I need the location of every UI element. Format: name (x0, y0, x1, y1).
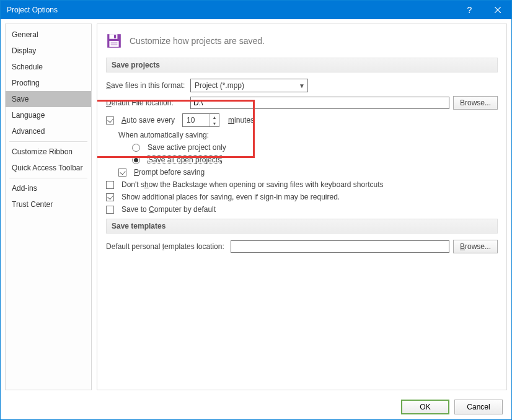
browse-templates-button[interactable]: Browse... (453, 240, 498, 253)
auto-save-checkbox[interactable] (106, 116, 114, 125)
when-saving-label: When automatically saving: (118, 131, 209, 139)
spinner-down-icon[interactable]: ▼ (210, 120, 219, 126)
additional-places-checkbox[interactable] (106, 193, 114, 201)
sidebar-item-schedule[interactable]: Schedule (6, 59, 91, 75)
save-computer-checkbox[interactable] (106, 206, 114, 214)
backstage-checkbox[interactable] (106, 181, 114, 189)
radio-save-all[interactable] (132, 156, 140, 164)
sidebar-item-language[interactable]: Language (6, 107, 91, 123)
radio-save-active[interactable] (132, 144, 140, 152)
sidebar-item-display[interactable]: Display (6, 43, 91, 59)
templates-location-label: Default personal templates location: (106, 242, 224, 251)
sidebar: General Display Schedule Proofing Save L… (5, 24, 92, 390)
close-icon (495, 7, 501, 13)
dialog-footer: OK Cancel (1, 395, 511, 419)
sidebar-item-general[interactable]: General (6, 27, 91, 43)
sidebar-item-add-ins[interactable]: Add-ins (6, 180, 91, 196)
default-location-input[interactable] (190, 97, 449, 109)
svg-rect-5 (109, 41, 118, 47)
radio-save-active-label: Save active project only (148, 143, 226, 152)
section-save-templates: Save templates (106, 219, 498, 234)
svg-rect-4 (114, 35, 116, 38)
templates-location-input[interactable] (231, 240, 449, 253)
help-button[interactable]: ? (456, 1, 483, 19)
default-location-label: Default File location: (106, 98, 187, 107)
content-pane: Customize how projects are saved. Save p… (97, 24, 507, 390)
save-format-combo[interactable]: Project (*.mpp) ▼ (190, 79, 308, 92)
project-options-dialog: Project Options ? General Display Schedu… (0, 0, 512, 420)
sidebar-item-proofing[interactable]: Proofing (6, 75, 91, 91)
minutes-label: minutes (228, 116, 254, 125)
cancel-button[interactable]: Cancel (454, 400, 503, 414)
backstage-label: Don't show the Backstage when opening or… (121, 180, 384, 189)
titlebar: Project Options ? (1, 1, 511, 19)
sidebar-divider (9, 141, 87, 142)
chevron-down-icon: ▼ (299, 82, 305, 89)
additional-places-label: Show additional places for saving, even … (121, 193, 340, 201)
svg-rect-3 (109, 34, 117, 39)
ok-button[interactable]: OK (401, 400, 449, 414)
sidebar-item-advanced[interactable]: Advanced (6, 123, 91, 139)
sidebar-item-trust-center[interactable]: Trust Center (6, 196, 91, 212)
prompt-label: Prompt before saving (134, 168, 205, 177)
spinner-up-icon[interactable]: ▲ (210, 114, 219, 120)
radio-save-all-label: Save all open projects (148, 155, 222, 164)
auto-save-spinner[interactable]: 10 ▲ ▼ (182, 113, 219, 127)
header-text: Customize how projects are saved. (130, 36, 265, 46)
sidebar-item-qat[interactable]: Quick Access Toolbar (6, 160, 91, 176)
auto-save-label: Auto save every (121, 116, 175, 125)
browse-location-button[interactable]: Browse... (453, 96, 498, 110)
close-button[interactable] (483, 1, 511, 19)
save-disk-icon (106, 33, 122, 49)
prompt-checkbox[interactable] (118, 168, 126, 177)
sidebar-item-save[interactable]: Save (6, 91, 91, 107)
section-save-projects: Save projects (106, 58, 498, 72)
sidebar-item-customize-ribbon[interactable]: Customize Ribbon (6, 144, 91, 160)
save-computer-label: Save to Computer by default (121, 205, 216, 214)
sidebar-divider (9, 178, 87, 178)
window-title: Project Options (7, 6, 456, 14)
save-format-label: Save files in this format: (106, 81, 187, 90)
